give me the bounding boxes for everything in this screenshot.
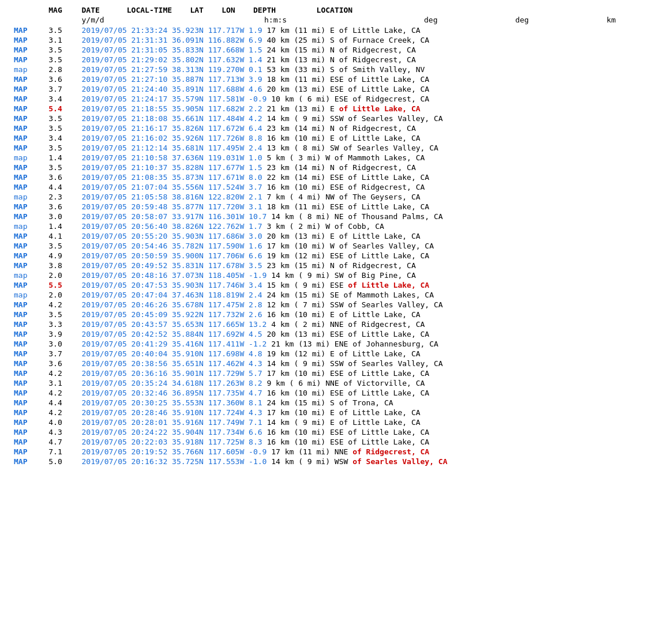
map-link[interactable]: MAP [14, 408, 27, 417]
map-link[interactable]: MAP [14, 310, 27, 319]
date-link[interactable]: 2019/07/05 20:41:29 35.416N 117.411W -1.… [82, 340, 267, 348]
date-link[interactable]: 2019/07/05 20:38:56 35.651N 117.462W 4.3 [82, 359, 262, 368]
map-link[interactable]: MAP [14, 330, 27, 338]
map-link[interactable]: MAP [14, 320, 27, 329]
date-link[interactable]: 2019/07/05 20:55:20 35.903N 117.686W 3.0 [82, 232, 262, 240]
date-link[interactable]: 2019/07/05 20:16:32 35.725N 117.553W -1.… [82, 457, 267, 466]
distance: 17 km (11 mi) NNE [267, 447, 352, 456]
date-link[interactable]: 2019/07/05 21:05:58 38.816N 122.820W 2.1 [82, 193, 262, 201]
map-link[interactable]: MAP [14, 202, 27, 211]
date-link[interactable]: 2019/07/05 20:54:46 35.782N 117.590W 1.6 [82, 242, 262, 250]
date-link[interactable]: 2019/07/05 20:49:52 35.831N 117.678W 3.5 [82, 261, 262, 270]
map-link[interactable]: map [14, 291, 27, 299]
map-link[interactable]: MAP [14, 418, 27, 427]
date-link[interactable]: 2019/07/05 21:16:02 35.926N 117.726W 8.8 [82, 134, 262, 142]
date-link[interactable]: 2019/07/05 21:16:17 35.826N 117.672W 6.4 [82, 124, 262, 133]
date-link[interactable]: 2019/07/05 20:19:52 35.766N 117.605W -0.… [82, 447, 267, 456]
map-link[interactable]: MAP [14, 75, 27, 84]
date-link[interactable]: 2019/07/05 20:47:53 35.903N 117.746W 3.4 [82, 281, 262, 289]
date-link[interactable]: 2019/07/05 21:10:37 35.828N 117.677W 1.5 [82, 163, 262, 172]
map-link[interactable]: MAP [14, 134, 27, 142]
date-link[interactable]: 2019/07/05 20:24:22 35.904N 117.734W 6.6 [82, 428, 262, 436]
date-location-cell: 2019/07/05 20:28:01 35.916N 117.749W 7.1… [80, 417, 637, 427]
date-link[interactable]: 2019/07/05 20:50:59 35.900N 117.706W 6.6 [82, 251, 262, 260]
map-link[interactable]: MAP [14, 438, 27, 446]
map-link[interactable]: MAP [14, 389, 27, 397]
location-text: of Victorville, CA [343, 379, 425, 387]
date-link[interactable]: 2019/07/05 21:10:58 37.636N 119.031W 1.0 [82, 153, 262, 162]
map-link[interactable]: map [14, 271, 27, 280]
date-link[interactable]: 2019/07/05 21:07:04 35.556N 117.524W 3.7 [82, 183, 262, 191]
date-link[interactable]: 2019/07/05 21:31:31 36.091N 116.882W 6.9 [82, 36, 262, 44]
date-link[interactable]: 2019/07/05 21:24:17 35.579N 117.581W -0.… [82, 95, 267, 103]
date-link[interactable]: 2019/07/05 20:42:52 35.884N 117.692W 4.5 [82, 330, 262, 338]
map-link[interactable]: MAP [14, 340, 27, 348]
map-link[interactable]: MAP [14, 359, 27, 368]
map-link[interactable]: MAP [14, 261, 27, 270]
map-link[interactable]: MAP [14, 457, 27, 466]
map-link[interactable]: MAP [14, 55, 27, 64]
date-link[interactable]: 2019/07/05 20:59:48 35.877N 117.720W 3.1 [82, 202, 262, 211]
subheader-lon: deg [513, 16, 604, 25]
map-link[interactable]: MAP [14, 251, 27, 260]
date-link[interactable]: 2019/07/05 21:27:59 38.313N 119.270W 0.1 [82, 65, 262, 74]
date-link[interactable]: 2019/07/05 20:40:04 35.910N 117.698W 4.8 [82, 349, 262, 358]
map-link[interactable]: MAP [14, 36, 27, 44]
date-link[interactable]: 2019/07/05 20:47:04 37.463N 118.819W 2.4 [82, 291, 262, 299]
map-link[interactable]: MAP [14, 46, 27, 54]
map-link[interactable]: MAP [14, 369, 27, 378]
date-location-cell: 2019/07/05 20:22:03 35.918N 117.725W 8.3… [80, 437, 637, 447]
map-link[interactable]: MAP [14, 281, 27, 289]
date-link[interactable]: 2019/07/05 21:29:02 35.802N 117.632W 1.4 [82, 55, 262, 64]
map-link[interactable]: MAP [14, 26, 27, 35]
map-link[interactable]: map [14, 65, 27, 74]
map-link[interactable]: MAP [14, 144, 27, 152]
date-link[interactable]: 2019/07/05 20:22:03 35.918N 117.725W 8.3 [82, 438, 262, 446]
date-link[interactable]: 2019/07/05 21:08:35 35.873N 117.671W 8.0 [82, 173, 262, 182]
map-link[interactable]: map [14, 222, 27, 231]
date-link[interactable]: 2019/07/05 20:58:07 33.917N 116.301W 10.… [82, 212, 267, 221]
date-link[interactable]: 2019/07/05 20:46:26 35.678N 117.475W 2.8 [82, 300, 262, 309]
date-link[interactable]: 2019/07/05 20:48:16 37.073N 118.405W -1.… [82, 271, 267, 280]
date-link[interactable]: 2019/07/05 20:43:57 35.653N 117.665W 13.… [82, 320, 267, 329]
map-link[interactable]: MAP [14, 95, 27, 103]
magnitude: 2.0 [46, 290, 79, 300]
date-link[interactable]: 2019/07/05 20:45:09 35.922N 117.732W 2.6 [82, 310, 262, 319]
date-link[interactable]: 2019/07/05 20:35:24 34.618N 117.263W 8.2 [82, 379, 262, 387]
map-link[interactable]: MAP [14, 398, 27, 407]
date-link[interactable]: 2019/07/05 21:18:55 35.905N 117.682W 2.2 [82, 104, 262, 113]
map-link[interactable]: map [14, 193, 27, 201]
map-link[interactable]: MAP [14, 349, 27, 358]
map-link[interactable]: MAP [14, 183, 27, 191]
distance: 23 km (14 mi) N [262, 124, 339, 133]
map-link[interactable]: MAP [14, 212, 27, 221]
date-link[interactable]: 2019/07/05 21:18:08 35.661N 117.484W 4.2 [82, 114, 262, 123]
map-link[interactable]: MAP [14, 104, 27, 113]
date-link[interactable]: 2019/07/05 21:24:40 35.891N 117.688W 4.6 [82, 85, 262, 93]
date-link[interactable]: 2019/07/05 20:36:16 35.901N 117.729W 5.7 [82, 369, 262, 378]
map-link[interactable]: MAP [14, 124, 27, 133]
map-link[interactable]: MAP [14, 232, 27, 240]
date-link[interactable]: 2019/07/05 20:30:25 35.553N 117.360W 8.1 [82, 398, 262, 407]
map-link[interactable]: MAP [14, 447, 27, 456]
date-link[interactable]: 2019/07/05 21:27:10 35.887N 117.713W 3.9 [82, 75, 262, 84]
date-link[interactable]: 2019/07/05 20:56:40 38.826N 122.762W 1.7 [82, 222, 262, 231]
map-link[interactable]: MAP [14, 242, 27, 250]
magnitude: 4.9 [46, 251, 79, 261]
table-row: MAP3.42019/07/05 21:16:02 35.926N 117.72… [12, 133, 637, 143]
date-link[interactable]: 2019/07/05 20:32:46 36.895N 117.735W 4.7 [82, 389, 262, 397]
map-link[interactable]: MAP [14, 114, 27, 123]
map-link[interactable]: MAP [14, 163, 27, 172]
table-row: MAP4.12019/07/05 20:55:20 35.903N 117.68… [12, 231, 637, 241]
map-link[interactable]: MAP [14, 85, 27, 93]
date-link[interactable]: 2019/07/05 20:28:46 35.910N 117.724W 4.3 [82, 408, 262, 417]
map-link[interactable]: MAP [14, 173, 27, 182]
date-link[interactable]: 2019/07/05 20:28:01 35.916N 117.749W 7.1 [82, 418, 262, 427]
date-link[interactable]: 2019/07/05 21:31:05 35.833N 117.668W 1.5 [82, 46, 262, 54]
map-link[interactable]: MAP [14, 428, 27, 436]
date-link[interactable]: 2019/07/05 21:33:24 35.923N 117.717W 1.9 [82, 26, 262, 35]
map-link[interactable]: MAP [14, 300, 27, 309]
date-link[interactable]: 2019/07/05 21:12:14 35.681N 117.495W 2.4 [82, 144, 262, 152]
map-link[interactable]: MAP [14, 379, 27, 387]
map-link[interactable]: map [14, 153, 27, 162]
